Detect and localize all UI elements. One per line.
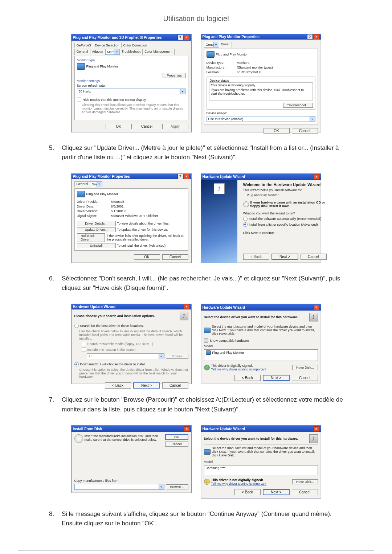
device-type-value: Monitors bbox=[237, 61, 250, 65]
next-button[interactable]: Next > bbox=[133, 382, 160, 389]
path-select[interactable] bbox=[74, 484, 164, 490]
close-icon[interactable]: × bbox=[184, 35, 190, 40]
close-icon[interactable]: × bbox=[314, 174, 319, 180]
radio-auto-label: Install the software automatically (Reco… bbox=[249, 217, 322, 221]
back-button[interactable]: < Back bbox=[105, 382, 131, 389]
radio-search[interactable] bbox=[74, 324, 79, 328]
provider-label: Driver Provider: bbox=[77, 200, 110, 204]
cancel-button[interactable]: Cancel bbox=[292, 489, 318, 495]
figure-pair-2: Plug and Play Monitor Properties?× Gener… bbox=[40, 173, 352, 263]
status-text-1: This device is working properly. bbox=[211, 83, 311, 87]
location-label: Location: bbox=[207, 70, 236, 74]
back-button[interactable]: < Back bbox=[234, 375, 261, 381]
tab-driver[interactable]: Driver bbox=[90, 181, 102, 187]
close-icon[interactable]: × bbox=[184, 426, 190, 432]
cancel-button[interactable]: Cancel bbox=[162, 382, 188, 389]
wizard-heading: Select the device driver you want to ins… bbox=[204, 437, 298, 440]
step-6: 6. Sélectionnez "Don't search, I will...… bbox=[62, 274, 345, 293]
check-location bbox=[82, 348, 86, 352]
next-button[interactable]: Next > bbox=[263, 375, 290, 381]
help-icon[interactable]: ? bbox=[177, 35, 183, 40]
update-driver-button[interactable]: Update Driver... bbox=[77, 227, 116, 232]
version-value: 5.1.2001.0 bbox=[111, 209, 127, 213]
browse-button: Browse bbox=[166, 354, 188, 359]
back-button[interactable]: < Back bbox=[234, 489, 261, 495]
ok-button[interactable]: OK bbox=[134, 254, 160, 260]
tab-driver[interactable]: Driver bbox=[219, 42, 232, 48]
close-icon[interactable]: × bbox=[184, 174, 190, 179]
signing-link[interactable]: Tell me why driver signing is important bbox=[211, 482, 266, 485]
close-icon[interactable]: × bbox=[314, 305, 319, 310]
monitor-properties-driver-dialog: Plug and Play Monitor Properties?× Gener… bbox=[71, 173, 192, 263]
tab-geforce3[interactable]: GeForce3 bbox=[74, 43, 93, 48]
cancel-button[interactable]: Cancel bbox=[162, 254, 188, 260]
date-label: Driver Date: bbox=[77, 205, 110, 208]
signing-link[interactable]: Tell me why driver signing is important bbox=[211, 368, 266, 371]
refresh-rate-select[interactable]: 60 Hertz bbox=[77, 89, 186, 94]
driver-details-button[interactable]: Driver Details... bbox=[77, 221, 116, 226]
cancel-button[interactable]: Cancel bbox=[292, 375, 318, 381]
close-icon[interactable]: × bbox=[314, 34, 319, 40]
tab-troubleshoot[interactable]: Troubleshoot bbox=[119, 49, 143, 55]
signer-label: Digital Signer: bbox=[77, 214, 110, 218]
step-number: 5. bbox=[49, 143, 54, 153]
properties-button[interactable]: Properties bbox=[163, 73, 185, 78]
close-icon[interactable]: × bbox=[314, 426, 319, 432]
cancel-button[interactable]: Cancel bbox=[292, 128, 318, 134]
tab-device-selection[interactable]: Device Selection bbox=[93, 43, 122, 48]
browse-button[interactable]: Browse... bbox=[166, 484, 188, 489]
path-value: A:\ bbox=[89, 354, 93, 358]
dialog-title: Plug and Play Monitor Properties bbox=[73, 175, 130, 178]
ok-button[interactable]: OK bbox=[106, 124, 132, 129]
troubleshoot-button[interactable]: Troubleshoot... bbox=[283, 103, 313, 108]
device-usage-select[interactable]: Use this device (enable) bbox=[207, 116, 315, 122]
device-status-legend: Device status bbox=[209, 79, 230, 82]
step-text: Cliquez sur le bouton "Browse (Parcourir… bbox=[62, 396, 343, 413]
rollback-button[interactable]: Roll Back Driver bbox=[77, 233, 105, 242]
monitor-name: Plug and Play Monitor bbox=[86, 192, 118, 196]
tab-color-management[interactable]: Color Management bbox=[142, 49, 175, 55]
have-disk-button[interactable]: Have Disk... bbox=[292, 365, 318, 370]
hide-modes-checkbox[interactable] bbox=[77, 98, 81, 102]
tab-general[interactable]: General bbox=[74, 49, 90, 55]
cancel-button[interactable]: Cancel bbox=[134, 124, 160, 129]
radio-auto[interactable] bbox=[243, 217, 248, 221]
help-icon[interactable]: ? bbox=[177, 174, 183, 179]
ok-button[interactable]: OK bbox=[264, 128, 290, 134]
radio-list[interactable] bbox=[243, 222, 248, 227]
have-disk-button[interactable]: Have Disk... bbox=[292, 479, 318, 484]
tab-general[interactable]: General bbox=[204, 42, 219, 48]
hide-modes-label: Hide modes that this monitor cannot disp… bbox=[83, 98, 146, 102]
compat-checkbox[interactable] bbox=[204, 338, 208, 343]
close-icon[interactable]: × bbox=[184, 304, 190, 309]
tab-color-correction[interactable]: Color Correction bbox=[121, 43, 150, 48]
monitor-icon bbox=[206, 350, 211, 355]
wizard-search-options-dialog: Hardware Update Wizard× Please choose yo… bbox=[71, 304, 192, 384]
dialog-title: Plug and Play Monitor and 3D Prophet III… bbox=[73, 36, 162, 40]
cancel-button[interactable]: Cancel bbox=[301, 254, 327, 260]
cancel-button[interactable]: Cancel bbox=[165, 442, 188, 447]
radio-dont-search[interactable] bbox=[74, 362, 79, 366]
monitor-icon bbox=[204, 449, 211, 455]
model-list[interactable]: Plug and Play Monitor bbox=[204, 349, 318, 361]
radio-list-label: Install from a list or specific location… bbox=[249, 223, 318, 226]
ok-button[interactable]: OK bbox=[165, 434, 188, 440]
wizard-p1: This wizard helps you install software f… bbox=[243, 188, 327, 192]
tab-general[interactable]: General bbox=[74, 181, 90, 187]
model-item: Plug and Play Monitor bbox=[212, 351, 244, 354]
uninstall-desc: To uninstall the driver (Advanced). bbox=[117, 244, 167, 247]
next-button[interactable]: Next > bbox=[271, 254, 298, 260]
help-icon[interactable]: ? bbox=[307, 34, 313, 40]
signed-icon: ✓ bbox=[204, 365, 210, 370]
tab-adapter[interactable]: Adapter bbox=[90, 49, 106, 55]
install-from-disk-dialog: Install From Disk× Insert the manufactur… bbox=[71, 425, 192, 493]
model-list[interactable]: Samsung **** bbox=[204, 465, 318, 475]
uninstall-button[interactable]: Uninstall bbox=[77, 243, 116, 248]
next-button[interactable]: Next > bbox=[263, 489, 290, 495]
wizard-select-driver-dialog: Hardware Update Wizard× Select the devic… bbox=[201, 304, 321, 384]
continue-hint: Click Next to continue. bbox=[243, 231, 327, 235]
step-number: 8. bbox=[49, 509, 54, 519]
footer-rule bbox=[18, 550, 374, 551]
tab-monitor[interactable]: Monitor bbox=[105, 49, 120, 55]
radio-dont-search-label: Don't search. I will choose the driver t… bbox=[80, 362, 146, 366]
